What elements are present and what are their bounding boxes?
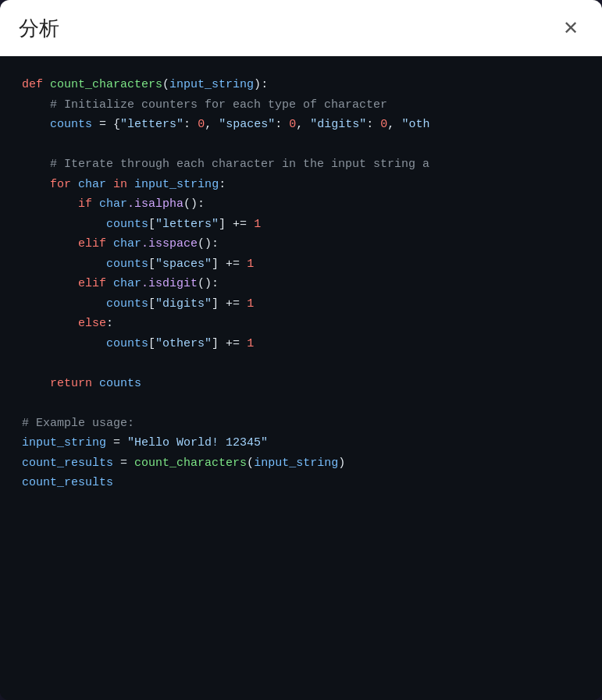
code-area[interactable]: def count_characters(input_string): # In…	[0, 56, 602, 700]
modal-header: 分析 ✕	[0, 0, 602, 56]
close-button[interactable]: ✕	[558, 16, 583, 41]
modal-container: 分析 ✕ def count_characters(input_string):…	[0, 0, 602, 700]
modal-title: 分析	[19, 15, 59, 42]
code-block: def count_characters(input_string): # In…	[22, 75, 580, 493]
